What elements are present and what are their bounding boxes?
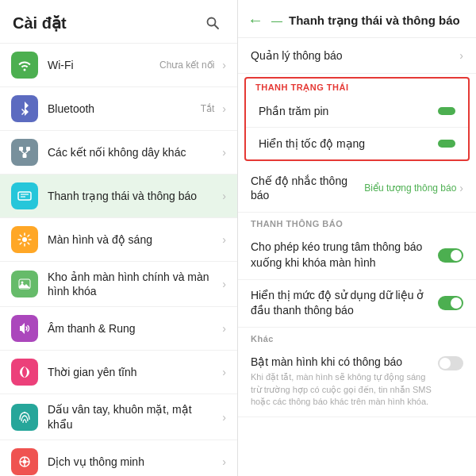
datausage-text: Hiển thị mức độ sử dụng dữ liệu ở đầu th… [251, 288, 438, 319]
wakescreen-text: Bật màn hình khi có thông báo Khi đặt tắ… [251, 355, 432, 409]
wallpaper-label: Kho ảnh màn hình chính và màn hình khóa [48, 270, 219, 298]
battery-label: Phần trăm pin [259, 105, 438, 117]
wakescreen-label: Bật màn hình khi có thông báo [251, 355, 432, 370]
donotdisturb-text: Thời gian yên tĩnh [48, 365, 219, 379]
datausage-label: Hiển thị mức độ sử dụng dữ liệu ở đầu th… [251, 288, 438, 319]
manage-notif-arrow: › [459, 49, 463, 62]
sidebar-item-wallpaper[interactable]: Kho ảnh màn hình chính và màn hình khóa … [0, 262, 237, 307]
notify-mode-sub: Biểu tượng thông báo [364, 182, 456, 194]
sound-text: Âm thanh & Rung [48, 321, 219, 336]
pulldown-toggle[interactable] [438, 248, 463, 263]
status-bar-section-header: THANH TRẠNG THÁI [246, 79, 468, 95]
left-panel: Cài đặt Wi-Fi Chưa kết nối › [0, 0, 238, 476]
fingerprint-label: Dấu vân tay, khuôn mặt, mật khẩu [48, 402, 219, 431]
wifi-arrow: › [222, 59, 226, 71]
sidebar-item-donotdisturb[interactable]: Thời gian yên tĩnh › [0, 351, 237, 394]
other-section-header: Khác [238, 328, 476, 347]
left-title: Cài đặt [13, 13, 67, 33]
statusbar-label: Thanh trạng thái và thông báo [48, 189, 219, 203]
pulldown-text: Cho phép kéo trung tâm thông báo xuống k… [251, 240, 438, 271]
right-title: Thanh trạng thái và thông báo [289, 13, 466, 28]
display-arrow: › [222, 233, 226, 246]
left-header: Cài đặt [0, 0, 237, 44]
svg-line-15 [20, 235, 21, 236]
datausage-item: Hiển thị mức độ sử dụng dữ liệu ở đầu th… [238, 280, 476, 328]
netspeed-toggle-item: Hiển thị tốc độ mạng [246, 128, 468, 159]
wallpaper-icon [11, 271, 38, 298]
smartservice-text: Dịch vụ thông minh [48, 455, 219, 469]
notify-mode-label: Chế độ nhắc thông báo [251, 174, 364, 202]
notif-bar-section-header: THANH THÔNG BÁO [238, 213, 476, 232]
wallpaper-text: Kho ảnh màn hình chính và màn hình khóa [48, 270, 219, 298]
connections-text: Các kết nối không dây khác [48, 145, 219, 159]
svg-rect-2 [19, 147, 23, 151]
connections-label: Các kết nối không dây khác [48, 145, 219, 159]
pulldown-label: Cho phép kéo trung tâm thông báo xuống k… [251, 240, 438, 271]
settings-list: Wi-Fi Chưa kết nối › Bluetooth Tắt › [0, 44, 237, 476]
svg-point-10 [22, 237, 27, 242]
wakescreen-sub: Khi đặt tắt, màn hình sẽ không tự động s… [251, 371, 432, 408]
svg-rect-3 [26, 147, 30, 151]
bluetooth-icon [11, 95, 38, 122]
back-line: — [271, 14, 282, 27]
fingerprint-text: Dấu vân tay, khuôn mặt, mật khẩu [48, 402, 219, 431]
wakescreen-toggle[interactable] [438, 356, 463, 370]
display-text: Màn hình và độ sáng [48, 232, 219, 247]
wifi-icon [11, 52, 38, 79]
statusbar-arrow: › [222, 190, 226, 202]
connections-icon [11, 139, 38, 166]
sidebar-item-wifi[interactable]: Wi-Fi Chưa kết nối › [0, 44, 237, 87]
sidebar-item-fingerprint[interactable]: Dấu vân tay, khuôn mặt, mật khẩu › [0, 394, 237, 440]
smartservice-icon [11, 448, 38, 475]
svg-point-23 [23, 459, 27, 463]
back-button[interactable]: ← [248, 11, 263, 29]
smartservice-arrow: › [222, 455, 226, 468]
manage-notif-item[interactable]: Quản lý thông báo › [238, 38, 476, 74]
svg-line-17 [28, 235, 29, 236]
notify-mode-text: Chế độ nhắc thông báo [251, 174, 364, 202]
battery-toggle[interactable] [438, 107, 455, 115]
wakescreen-item: Bật màn hình khi có thông báo Khi đặt tắ… [238, 347, 476, 417]
svg-line-6 [25, 151, 29, 154]
sidebar-item-connections[interactable]: Các kết nối không dây khác › [0, 131, 237, 175]
search-button[interactable] [201, 11, 225, 35]
donotdisturb-label: Thời gian yên tĩnh [48, 365, 219, 379]
pulldown-item: Cho phép kéo trung tâm thông báo xuống k… [238, 232, 476, 279]
wallpaper-arrow: › [222, 278, 226, 290]
donotdisturb-icon [11, 359, 38, 386]
svg-line-5 [21, 151, 25, 154]
right-panel: ← — Thanh trạng thái và thông báo Quản l… [238, 0, 476, 476]
wifi-label: Wi-Fi [48, 58, 159, 72]
right-content: Quản lý thông báo › THANH TRẠNG THÁI Phầ… [238, 38, 476, 476]
wifi-text: Wi-Fi [48, 58, 159, 72]
display-label: Màn hình và độ sáng [48, 232, 219, 247]
netspeed-toggle[interactable] [438, 140, 455, 148]
donotdisturb-arrow: › [222, 366, 226, 378]
sidebar-item-statusbar[interactable]: Thanh trạng thái và thông báo › [0, 175, 237, 218]
connections-arrow: › [222, 146, 226, 159]
bluetooth-text: Bluetooth [48, 102, 201, 116]
bluetooth-label: Bluetooth [48, 102, 201, 116]
sidebar-item-smartservice[interactable]: Dịch vụ thông minh › [0, 440, 237, 476]
bluetooth-status: Tắt [201, 103, 215, 114]
wifi-status: Chưa kết nối [159, 60, 214, 71]
notify-mode-arrow: › [459, 182, 463, 194]
fingerprint-arrow: › [222, 411, 226, 424]
datausage-toggle[interactable] [438, 296, 463, 310]
svg-line-16 [28, 243, 29, 244]
statusbar-text: Thanh trạng thái và thông báo [48, 189, 219, 203]
statusbar-icon [11, 182, 38, 209]
manage-notif-label: Quản lý thông báo [251, 49, 459, 62]
right-header: ← — Thanh trạng thái và thông báo [238, 0, 476, 38]
battery-toggle-item: Phần trăm pin [246, 95, 468, 128]
sidebar-item-sound[interactable]: Âm thanh & Rung › [0, 307, 237, 351]
sidebar-item-bluetooth[interactable]: Bluetooth Tắt › [0, 87, 237, 131]
svg-line-18 [20, 243, 21, 244]
sound-arrow: › [222, 322, 226, 335]
sidebar-item-display[interactable]: Màn hình và độ sáng › [0, 218, 237, 262]
netspeed-label: Hiển thị tốc độ mạng [259, 137, 438, 150]
notify-mode-item[interactable]: Chế độ nhắc thông báo Biểu tượng thông b… [238, 164, 476, 213]
fingerprint-icon [11, 404, 38, 431]
bluetooth-arrow: › [222, 102, 226, 115]
display-icon [11, 226, 38, 253]
